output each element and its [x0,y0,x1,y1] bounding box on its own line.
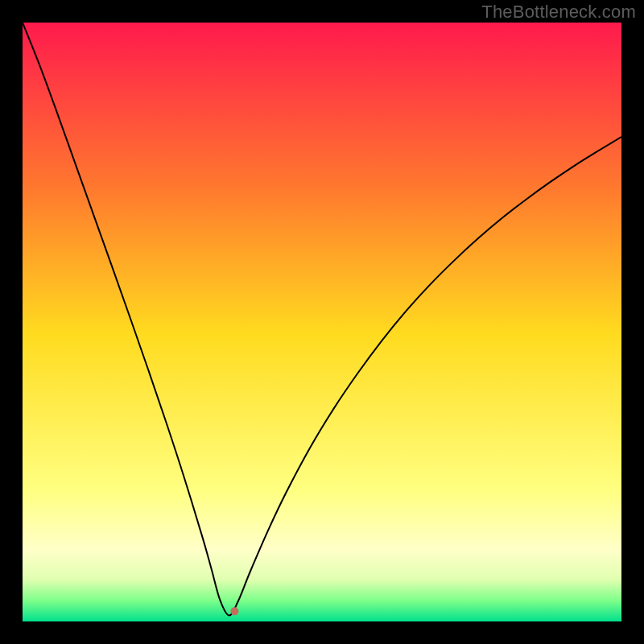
plot-area [23,23,621,621]
gradient-background [23,23,621,621]
vertex-marker [230,607,238,615]
plot-svg [23,23,621,621]
chart-frame: TheBottleneck.com [0,0,644,644]
watermark-text: TheBottleneck.com [481,2,636,23]
